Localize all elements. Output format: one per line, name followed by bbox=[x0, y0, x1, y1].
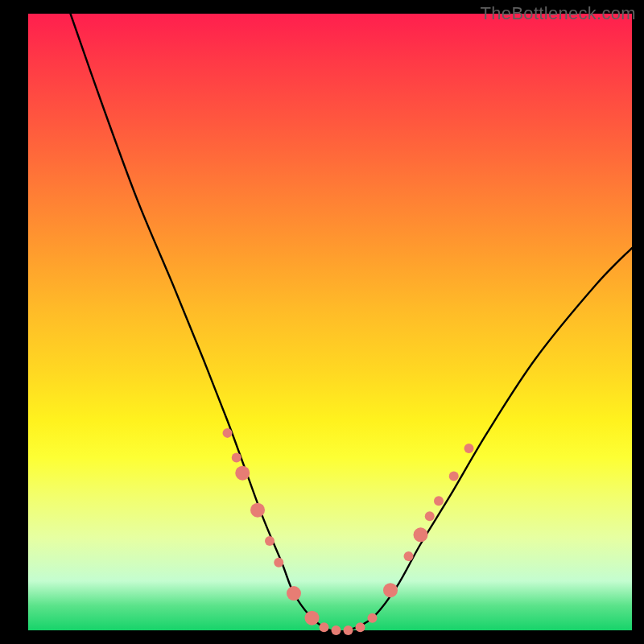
marker-point bbox=[235, 466, 250, 481]
marker-point bbox=[368, 613, 378, 623]
highlighted-points bbox=[223, 428, 474, 635]
marker-point bbox=[274, 558, 283, 568]
marker-point bbox=[332, 625, 341, 635]
marker-point bbox=[356, 622, 365, 632]
chart-stage: TheBottleneck.com bbox=[0, 0, 644, 644]
marker-point bbox=[223, 428, 233, 438]
marker-point bbox=[265, 536, 275, 546]
marker-point bbox=[449, 472, 459, 481]
marker-point bbox=[425, 511, 435, 521]
marker-point bbox=[344, 625, 353, 635]
marker-point bbox=[305, 611, 320, 625]
plot-area bbox=[28, 14, 632, 630]
marker-point bbox=[414, 527, 428, 542]
marker-point bbox=[404, 551, 414, 561]
marker-point bbox=[232, 453, 242, 463]
chart-svg bbox=[28, 14, 632, 630]
bottleneck-curve bbox=[71, 14, 633, 632]
marker-point bbox=[320, 622, 329, 632]
marker-point bbox=[464, 444, 474, 453]
watermark-text: TheBottleneck.com bbox=[481, 3, 636, 24]
marker-point bbox=[287, 586, 301, 601]
marker-point bbox=[383, 583, 398, 597]
marker-point bbox=[250, 503, 265, 518]
marker-point bbox=[434, 496, 444, 506]
